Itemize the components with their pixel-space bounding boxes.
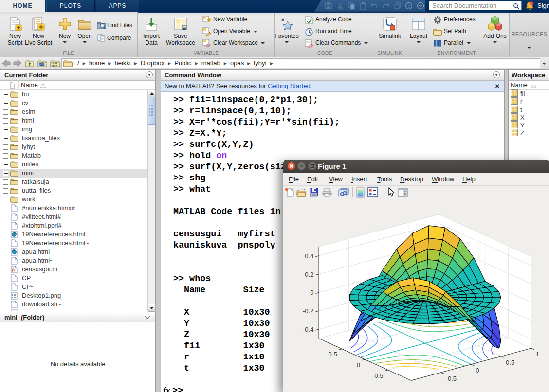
svg-text:-0.5: -0.5 — [446, 375, 457, 382]
svg-text:-0.2: -0.2 — [303, 307, 313, 315]
svg-text:?: ? — [407, 4, 410, 9]
svg-text:0.2: 0.2 — [305, 271, 313, 278]
svg-text:-0.4: -0.4 — [303, 326, 313, 333]
svg-text:0.5: 0.5 — [329, 351, 337, 358]
svg-text:0: 0 — [310, 289, 313, 296]
svg-text:0: 0 — [476, 367, 479, 374]
svg-text:0.5: 0.5 — [506, 359, 514, 366]
svg-text:0: 0 — [357, 361, 360, 369]
svg-text:-0.5: -0.5 — [372, 372, 383, 379]
svg-text:fx: fx — [12, 267, 16, 272]
svg-text:»: » — [281, 17, 284, 22]
svg-text:0.4: 0.4 — [305, 252, 313, 260]
svg-text:1: 1 — [536, 351, 539, 358]
